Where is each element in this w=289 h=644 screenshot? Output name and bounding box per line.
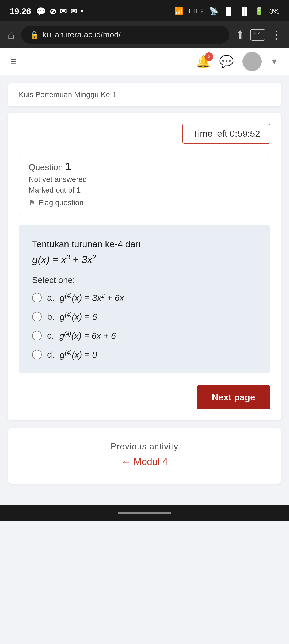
radio-b[interactable]: [32, 312, 42, 321]
radio-c[interactable]: [32, 331, 42, 340]
share-button[interactable]: ⬆: [236, 29, 245, 41]
home-bar: [118, 512, 171, 514]
flag-icon: ⚑: [29, 198, 35, 207]
whatsapp-icon: 💬: [36, 7, 46, 16]
question-formula: g(x) = x3 + 3x2: [32, 254, 257, 266]
url-text: kuliah.itera.ac.id/mod/: [43, 30, 121, 39]
content-area: Kuis Pertemuan Minggu Ke-1 Time left 0:5…: [0, 83, 289, 494]
radio-d[interactable]: [32, 350, 42, 359]
lte-icon: LTE2: [189, 7, 204, 15]
hamburger-menu-button[interactable]: ≡: [11, 56, 17, 67]
status-bar: 19.26 💬 ⊘ ✉ ✉ • 📶 LTE2 📡 ▐▌ ▐▌ 🔋 3%: [0, 0, 289, 21]
option-c-letter: c.: [47, 331, 54, 341]
notification-button[interactable]: 🔔 2: [196, 55, 211, 68]
url-bar[interactable]: 🔒 kuliah.itera.ac.id/mod/: [21, 26, 230, 44]
previous-activity-section: Previous activity ← Modul 4: [8, 428, 281, 484]
notification-badge: 2: [205, 52, 213, 61]
options-list: a. g(4)(x) = 3x2 + 6x b. g(4)(x) = 6 c.: [32, 293, 257, 360]
header-right-icons: 🔔 2 💬 ▼: [196, 52, 278, 71]
timer-box: Time left 0:59:52: [19, 124, 270, 144]
status-icons: 💬 ⊘ ✉ ✉ •: [36, 7, 84, 16]
browser-action-buttons: ⬆ 11 ⋮: [236, 29, 282, 41]
question-num-value: 1: [65, 160, 71, 172]
wifi-icon: 📡: [209, 7, 218, 16]
radio-a[interactable]: [32, 293, 42, 302]
next-page-row: Next page: [19, 385, 270, 409]
chevron-down-icon[interactable]: ▼: [270, 57, 278, 66]
quiz-card: Time left 0:59:52 Question 1 Not yet ans…: [8, 113, 281, 420]
top-card-text: Kuis Pertemuan Minggu Ke-1: [19, 90, 270, 99]
network-bars-1: ▐▌: [224, 7, 234, 16]
option-b[interactable]: b. g(4)(x) = 6: [32, 312, 257, 322]
status-time: 19.26 💬 ⊘ ✉ ✉ •: [10, 6, 84, 16]
network-bars-2: ▐▌: [239, 7, 249, 16]
voicemail-icon: ✉: [70, 7, 77, 16]
status-right: 📶 LTE2 📡 ▐▌ ▐▌ 🔋 3%: [174, 7, 279, 16]
question-info-box: Question 1 Not yet answered Marked out o…: [19, 152, 270, 215]
not-answered-status: Not yet answered: [29, 175, 260, 184]
question-stem-line1: Tentukan turunan ke-4 dari: [32, 237, 257, 251]
home-indicator: [0, 505, 289, 521]
dot-icon: •: [81, 7, 84, 16]
app-header: ≡ 🔔 2 💬 ▼: [0, 48, 289, 75]
chat-icon[interactable]: 💬: [219, 55, 234, 68]
battery-level: 3%: [269, 7, 279, 16]
email-icon: ✉: [60, 7, 67, 16]
question-number: Question 1: [29, 160, 260, 172]
timer-display: Time left 0:59:52: [182, 124, 270, 144]
option-d-math: g(4)(x) = 0: [60, 350, 97, 360]
avatar[interactable]: [242, 52, 262, 71]
signal-icon: 📶: [174, 7, 184, 16]
browser-home-button[interactable]: ⌂: [7, 28, 15, 41]
option-c[interactable]: c. g(4)(x) = 6x + 6: [32, 331, 257, 341]
prev-activity-label: Previous activity: [19, 442, 270, 451]
time-display: 19.26: [10, 6, 31, 16]
prev-activity-link[interactable]: ← Modul 4: [121, 456, 168, 467]
marked-out-label: Marked out of 1: [29, 186, 260, 194]
browser-bar: ⌂ 🔒 kuliah.itera.ac.id/mod/ ⬆ 11 ⋮: [0, 21, 289, 48]
battery-icon: 🔋: [255, 7, 264, 16]
option-a[interactable]: a. g(4)(x) = 3x2 + 6x: [32, 293, 257, 303]
flag-question-button[interactable]: ⚑ Flag question: [29, 198, 260, 207]
top-card: Kuis Pertemuan Minggu Ke-1: [8, 83, 281, 106]
compass-icon: ⊘: [50, 7, 56, 16]
option-b-letter: b.: [47, 312, 55, 322]
select-one-label: Select one:: [32, 275, 257, 285]
option-d[interactable]: d. g(4)(x) = 0: [32, 350, 257, 360]
question-body: Tentukan turunan ke-4 dari g(x) = x3 + 3…: [19, 225, 270, 373]
tab-count[interactable]: 11: [250, 29, 265, 41]
lock-icon: 🔒: [30, 30, 39, 39]
option-c-math: g(4)(x) = 6x + 6: [59, 331, 116, 341]
flag-question-label: Flag question: [39, 198, 83, 207]
menu-button[interactable]: ⋮: [271, 29, 282, 41]
option-d-letter: d.: [47, 350, 55, 360]
question-label: Question: [29, 162, 63, 172]
next-page-button[interactable]: Next page: [197, 385, 271, 409]
option-a-math: g(4)(x) = 3x2 + 6x: [60, 293, 124, 303]
option-b-math: g(4)(x) = 6: [60, 312, 97, 322]
option-a-letter: a.: [47, 293, 55, 303]
